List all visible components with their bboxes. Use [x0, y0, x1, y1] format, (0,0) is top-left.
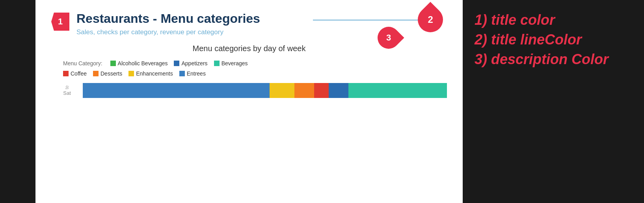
legend-swatch-appetizers — [174, 61, 179, 66]
bar-segment-enhancements — [270, 83, 294, 98]
chart-section: Menu categories by day of week Menu Cate… — [51, 44, 447, 98]
main-content: 1 Restaurants - Menu categories Sales, c… — [35, 0, 463, 203]
badge-1: 1 — [51, 13, 69, 31]
legend-item-alcoholic: Alcoholic Beverages — [110, 60, 168, 66]
chart-area: te Sat — [51, 83, 447, 98]
annotation-line-1: 1) title color — [475, 12, 632, 28]
annotation-line-3: 3) description Color — [475, 51, 632, 68]
legend-swatch-beverages — [214, 61, 220, 66]
legend-item-desserts: Desserts — [93, 70, 122, 77]
legend-label-coffee: Coffee — [71, 70, 87, 77]
legend-swatch-alcoholic — [110, 61, 116, 66]
legend-row-1: Menu Category: Alcoholic Beverages Appet… — [63, 60, 447, 66]
legend-label-alcoholic: Alcoholic Beverages — [118, 60, 168, 66]
bar-segment-appetizers — [329, 83, 348, 98]
legend-swatch-enhancements — [128, 71, 134, 76]
legend-item-entrees: Entrees — [179, 70, 206, 77]
chart-legend: Menu Category: Alcoholic Beverages Appet… — [51, 60, 447, 77]
legend-label-enhancements: Enhancements — [136, 70, 173, 77]
bar-row-sat: te Sat — [55, 83, 447, 98]
left-panel — [0, 0, 35, 203]
legend-swatch-entrees — [179, 71, 185, 76]
bar-segment-desserts — [294, 83, 314, 98]
legend-item-beverages: Beverages — [214, 60, 248, 66]
legend-swatch-coffee — [63, 71, 69, 76]
page-title: Restaurants - Menu categories — [76, 11, 447, 26]
title-line — [313, 20, 423, 20]
legend-swatch-desserts — [93, 71, 99, 76]
legend-label-desserts: Desserts — [101, 70, 122, 77]
bar-segment-beverages — [348, 83, 447, 98]
legend-label-beverages: Beverages — [221, 60, 248, 66]
title-block: Restaurants - Menu categories Sales, che… — [76, 11, 447, 36]
legend-row-2: Coffee Desserts Enhancements Entrees — [63, 70, 447, 77]
bar-label-sat: te Sat — [55, 85, 79, 96]
bar-track-sat — [83, 83, 447, 98]
legend-label-entrees: Entrees — [187, 70, 206, 77]
annotation-line-2: 2) title lineColor — [475, 31, 632, 48]
right-annotation-panel: 1) title color 2) title lineColor 3) des… — [463, 0, 644, 203]
bar-segment-entrees — [83, 83, 270, 98]
header-area: 1 Restaurants - Menu categories Sales, c… — [51, 11, 447, 36]
legend-label-appetizers: Appetizers — [181, 60, 207, 66]
legend-item-coffee: Coffee — [63, 70, 87, 77]
bar-segment-coffee — [314, 83, 329, 98]
legend-prefix: Menu Category: — [63, 60, 102, 66]
legend-item-enhancements: Enhancements — [128, 70, 173, 77]
legend-item-appetizers: Appetizers — [174, 60, 207, 66]
